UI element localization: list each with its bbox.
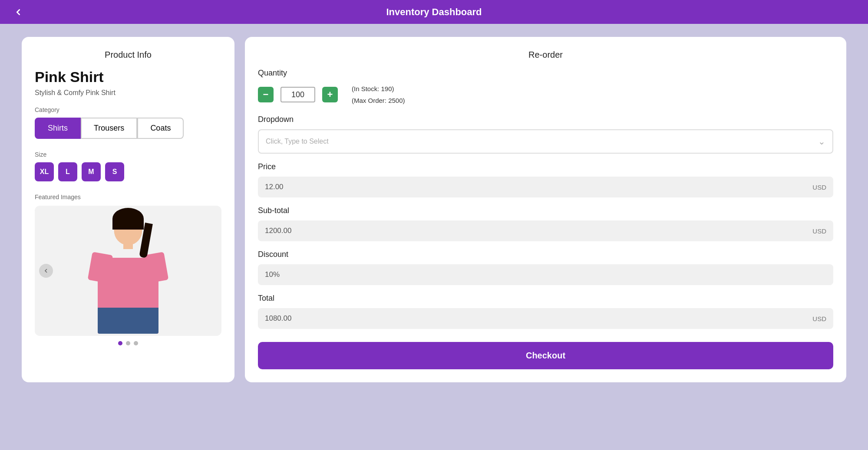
quantity-plus-button[interactable]: + (322, 87, 338, 102)
discount-value: 10% (265, 270, 280, 279)
reorder-card-title: Re-order (258, 50, 833, 60)
subtotal-section: Sub-total 1200.00 USD (258, 206, 833, 241)
total-section: Total 1080.00 USD (258, 294, 833, 329)
discount-label: Discount (258, 250, 833, 259)
category-coats-button[interactable]: Coats (137, 118, 184, 139)
subtotal-label: Sub-total (258, 206, 833, 215)
price-value: 12.00 (265, 183, 812, 191)
dropdown-label: Dropdown (258, 115, 833, 124)
featured-images-label: Featured Images (35, 194, 221, 200)
dot-1[interactable] (118, 341, 122, 345)
max-order-label: (Max Order: 2500) (352, 95, 405, 106)
quantity-label: Quantity (258, 69, 833, 78)
subtotal-field: 1200.00 USD (258, 220, 833, 241)
main-content: Product Info Pink Shirt Stylish & Comfy … (0, 24, 868, 395)
page-title: Inventory Dashboard (386, 7, 482, 18)
quantity-section: Quantity − + (In Stock: 190) (Max Order:… (258, 69, 833, 106)
size-m-button[interactable]: M (82, 162, 101, 181)
size-label: Size (35, 151, 221, 158)
subtotal-unit: USD (812, 227, 826, 235)
dropdown-field[interactable]: Click, Type to Select ⌄ (258, 129, 833, 154)
checkout-button[interactable]: Checkout (258, 342, 833, 369)
size-buttons: XL L M S (35, 162, 221, 181)
product-image-container (35, 206, 221, 336)
size-l-button[interactable]: L (58, 162, 77, 181)
product-card-title: Product Info (35, 50, 221, 60)
category-trousers-button[interactable]: Trousers (81, 118, 137, 139)
category-label: Category (35, 106, 221, 113)
quantity-minus-button[interactable]: − (258, 87, 274, 102)
product-info-card: Product Info Pink Shirt Stylish & Comfy … (22, 37, 234, 382)
image-prev-button[interactable] (39, 264, 53, 278)
price-field: 12.00 USD (258, 177, 833, 197)
price-section: Price 12.00 USD (258, 162, 833, 197)
chevron-down-icon: ⌄ (818, 136, 825, 147)
category-shirts-button[interactable]: Shirts (35, 118, 81, 139)
total-field: 1080.00 USD (258, 308, 833, 329)
size-xl-button[interactable]: XL (35, 162, 54, 181)
app-header: Inventory Dashboard (0, 0, 868, 24)
product-description: Stylish & Comfy Pink Shirt (35, 89, 221, 97)
total-label: Total (258, 294, 833, 303)
quantity-input[interactable] (281, 87, 315, 102)
dot-2[interactable] (126, 341, 130, 345)
in-stock-label: (In Stock: 190) (352, 83, 405, 95)
back-button[interactable] (10, 4, 26, 20)
dot-3[interactable] (134, 341, 138, 345)
total-unit: USD (812, 315, 826, 322)
reorder-card: Re-order Quantity − + (In Stock: 190) (M… (245, 37, 846, 382)
discount-section: Discount 10% (258, 250, 833, 285)
stock-info: (In Stock: 190) (Max Order: 2500) (352, 83, 405, 106)
quantity-row: − + (In Stock: 190) (Max Order: 2500) (258, 83, 833, 106)
price-label: Price (258, 162, 833, 171)
subtotal-value: 1200.00 (265, 227, 812, 235)
dropdown-section: Dropdown Click, Type to Select ⌄ (258, 115, 833, 154)
category-buttons: Shirts Trousers Coats (35, 118, 221, 139)
dropdown-placeholder: Click, Type to Select (266, 138, 329, 145)
product-name: Pink Shirt (35, 69, 221, 85)
size-s-button[interactable]: S (105, 162, 124, 181)
image-dots (35, 341, 221, 345)
total-value: 1080.00 (265, 314, 812, 323)
price-unit: USD (812, 184, 826, 191)
discount-field: 10% (258, 264, 833, 285)
